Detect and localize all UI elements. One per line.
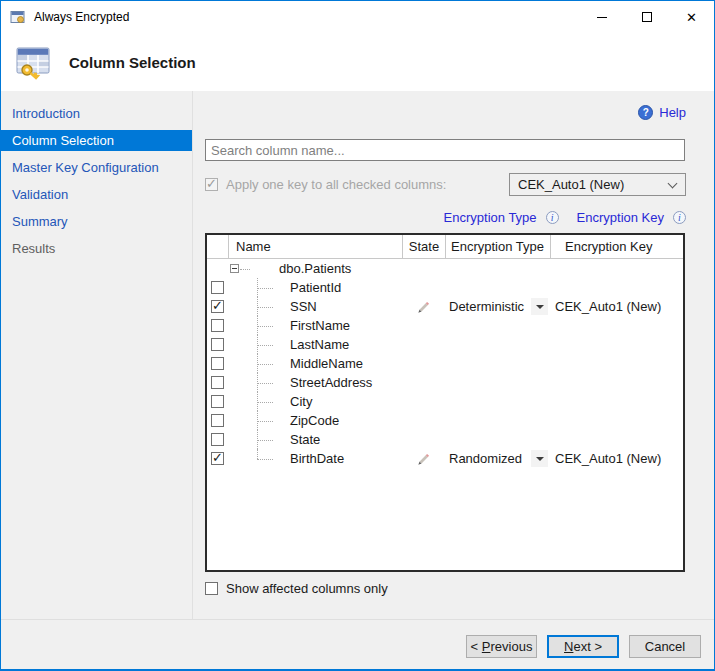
row-checkbox[interactable] [211,300,224,313]
header-encryption-key: Encryption Key [550,235,683,258]
table-row: MiddleName [207,354,683,373]
pencil-icon [417,452,431,466]
row-checkbox[interactable] [211,357,224,370]
cancel-button[interactable]: Cancel [629,635,701,658]
encryption-type-value: Randomized [449,451,522,466]
row-checkbox[interactable] [211,281,224,294]
footer: < Previous Next > Cancel [1,619,714,669]
page-header: Column Selection [1,33,714,91]
window-title: Always Encrypted [34,10,129,24]
dropdown-arrow-icon [536,457,544,461]
table-row: LastName [207,335,683,354]
minimize-button[interactable] [579,1,624,33]
column-name: MiddleName [228,356,363,371]
sidebar-item-summary[interactable]: Summary [1,211,192,232]
title-bar: Always Encrypted ✕ [1,1,714,33]
tree-line [240,269,250,270]
row-checkbox[interactable] [211,414,224,427]
close-icon: ✕ [686,11,697,24]
dropdown-arrow-icon [536,305,544,309]
help-link[interactable]: Help [659,105,686,120]
encryption-type-dropdown[interactable] [531,298,548,315]
apply-key-checkbox [205,178,218,191]
row-checkbox[interactable] [211,395,224,408]
encryption-type-info-icon[interactable]: i [546,211,559,224]
column-name: State [228,432,320,447]
apply-key-label: Apply one key to all checked columns: [226,177,446,192]
encryption-key-info-icon[interactable]: i [673,211,686,224]
cek-dropdown[interactable]: CEK_Auto1 (New) [509,173,686,196]
column-name: FirstName [228,318,350,333]
row-checkbox[interactable] [211,433,224,446]
column-name: PatientId [228,280,341,295]
close-button[interactable]: ✕ [669,1,714,33]
grid-header: Name State Encryption Type Encryption Ke… [207,235,683,259]
header-checkbox-column [207,235,228,258]
table-row: ZipCode [207,411,683,430]
show-affected-row: Show affected columns only [205,580,686,596]
table-row: City [207,392,683,411]
row-checkbox[interactable] [211,338,224,351]
encryption-type-dropdown[interactable] [531,450,548,467]
maximize-button[interactable] [624,1,669,33]
show-affected-checkbox[interactable] [205,582,218,595]
help-row: ? Help [205,103,686,121]
sidebar-item-results: Results [1,238,192,259]
columns-grid: Name State Encryption Type Encryption Ke… [205,233,685,572]
search-input[interactable] [205,139,685,161]
table-row: State [207,430,683,449]
column-name: ZipCode [228,413,339,428]
row-checkbox[interactable] [211,319,224,332]
header-name: Name [228,235,402,258]
chevron-down-icon [668,179,678,189]
previous-button[interactable]: < Previous [466,635,537,658]
header-state: State [402,235,445,258]
table-row: SSN Deterministic CEK_Auto1 (New) [207,297,683,316]
encryption-key-link[interactable]: Encryption Key [577,210,664,225]
maximize-icon [642,12,652,22]
show-affected-label: Show affected columns only [226,581,388,596]
column-name: LastName [228,337,349,352]
encryption-key-value[interactable]: CEK_Auto1 (New) [550,299,683,314]
encryption-type-link[interactable]: Encryption Type [444,210,537,225]
table-group-row: dbo.Patients [207,259,683,278]
encryption-type-value: Deterministic [449,299,524,314]
header-encryption-type: Encryption Type [445,235,550,258]
encryption-key-value[interactable]: CEK_Auto1 (New) [550,451,683,466]
cek-dropdown-value: CEK_Auto1 (New) [518,177,624,192]
apply-key-row: Apply one key to all checked columns: CE… [205,173,686,196]
table-row: FirstName [207,316,683,335]
column-name: BirthDate [228,451,344,466]
pencil-icon [417,300,431,314]
sidebar-item-column-selection[interactable]: Column Selection [1,130,192,151]
sidebar-item-introduction[interactable]: Introduction [1,103,192,124]
sidebar-item-master-key-configuration[interactable]: Master Key Configuration [1,157,192,178]
sidebar-item-validation[interactable]: Validation [1,184,192,205]
app-icon [10,9,26,25]
row-checkbox[interactable] [211,452,224,465]
table-row: StreetAddress [207,373,683,392]
table-row: BirthDate Randomized CEK_Auto1 (New) [207,449,683,468]
page-title: Column Selection [69,54,196,71]
column-name: StreetAddress [228,375,372,390]
next-button[interactable]: Next > [547,635,619,658]
caption-buttons: ✕ [579,1,714,33]
table-row: PatientId [207,278,683,297]
row-checkbox[interactable] [211,376,224,389]
always-encrypted-wizard-window: Always Encrypted ✕ Column Selection Intr… [0,0,715,671]
collapse-icon[interactable] [230,264,239,273]
wizard-steps-sidebar: Introduction Column Selection Master Key… [1,91,193,619]
minimize-icon [597,17,607,18]
table-key-icon [13,42,53,82]
help-icon: ? [638,105,653,120]
column-links-row: Encryption Type i Encryption Key i [205,209,686,226]
main-panel: ? Help Apply one key to all checked colu… [193,91,714,619]
